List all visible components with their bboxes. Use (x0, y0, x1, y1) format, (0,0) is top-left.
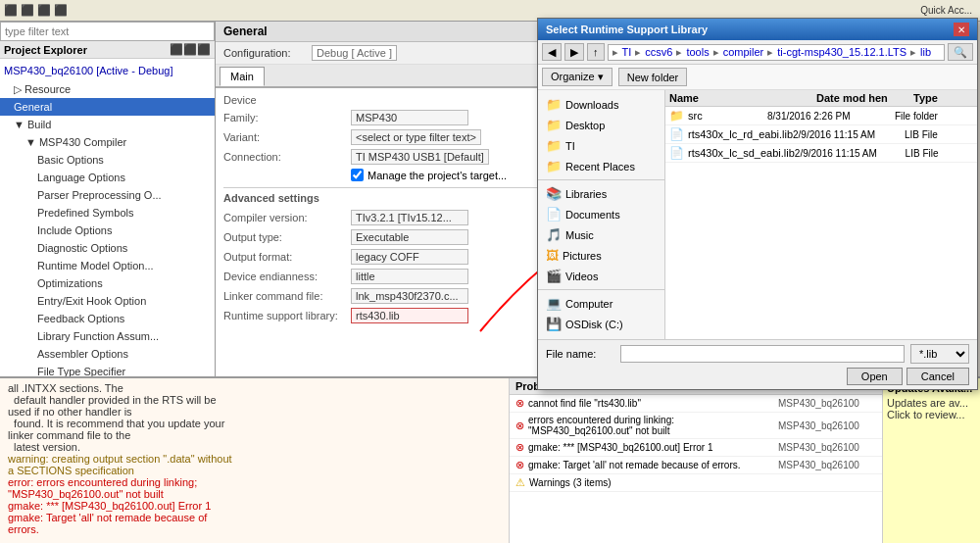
disk-icon: 💾 (546, 317, 562, 331)
console-error-4: gmake: Target 'all' not remade because o… (8, 512, 501, 523)
cancel-button[interactable]: Cancel (906, 368, 969, 385)
dialog-files-area: Name Date mod hen Type 📁 src 8/31/2016 2… (665, 90, 977, 339)
file-row-src[interactable]: 📁 src 8/31/2016 2:26 PM File folder (665, 107, 977, 125)
warning-icon: ⚠ (515, 476, 525, 489)
file-row-rts430x-rd[interactable]: 📄 rts430x_lc_rd_eabi.lib 2/9/2016 11:15 … (665, 125, 977, 144)
family-value: MSP430 (351, 110, 468, 125)
path-compiler[interactable]: compiler (723, 46, 764, 58)
sidebar-recent[interactable]: 📁 Recent Places (538, 156, 664, 176)
filename-input[interactable] (620, 345, 905, 363)
tab-main[interactable]: Main (220, 67, 265, 86)
error-icon: ⊗ (515, 441, 524, 454)
open-button[interactable]: Open (847, 368, 903, 385)
tree-item-basic-options[interactable]: Basic Options (0, 151, 215, 169)
path-ti[interactable]: TI (622, 46, 632, 58)
sidebar-desktop[interactable]: 📁 Desktop (538, 115, 664, 135)
tree-item-general[interactable]: General (0, 98, 215, 116)
config-row: Configuration: Debug [ Active ] (216, 42, 567, 65)
connection-value[interactable]: TI MSP430 USB1 [Default] (351, 149, 489, 165)
path-sep-3: ▸ (676, 46, 682, 59)
project-explorer-header: Project Explorer ⬛⬛⬛ (0, 41, 215, 59)
path-sep-1: ▸ (612, 46, 618, 59)
tree-item-include[interactable]: Include Options (0, 222, 215, 239)
tree-item-parser[interactable]: Parser Preprocessing O... (0, 186, 215, 204)
variant-row: Variant: <select or type filter text> (223, 129, 560, 145)
folder-icon: 📁 (546, 97, 562, 112)
sidebar-music[interactable]: 🎵 Music (538, 224, 664, 245)
problem-resource-2: MSP430_bq26100 (778, 420, 876, 431)
device-label: Device (223, 94, 351, 106)
file-row-rts430x-sd[interactable]: 📄 rts430x_lc_sd_eabi.lib 2/9/2016 11:15 … (665, 144, 977, 163)
console-line-2: default handler provided in the RTS will… (8, 394, 501, 406)
nav-forward-button[interactable]: ▶ (564, 43, 584, 61)
problem-text-warnings: Warnings (3 items) (529, 477, 876, 488)
updates-subtext: Click to review... (887, 409, 976, 420)
problem-resource-3: MSP430_bq26100 (778, 442, 876, 453)
sidebar-libraries[interactable]: 📚 Libraries (538, 183, 664, 204)
sidebar-pictures[interactable]: 🖼 Pictures (538, 245, 664, 266)
filter-input[interactable] (0, 22, 215, 41)
dialog-file-toolbar: Organize ▾ New folder (538, 65, 977, 90)
path-lib[interactable]: lib (920, 46, 931, 58)
tree-item-assembler[interactable]: Assembler Options (0, 345, 215, 363)
output-format-value[interactable]: legacy COFF (351, 249, 468, 265)
folder-icon: 📁 (546, 159, 562, 173)
dialog-sidebar: 📁 Downloads 📁 Desktop 📁 TI 📁 Recent Plac… (538, 90, 665, 339)
sidebar-downloads[interactable]: 📁 Downloads (538, 94, 664, 115)
console-warning-1: warning: creating output section ".data"… (8, 453, 501, 465)
tree-item-feedback[interactable]: Feedback Options (0, 310, 215, 327)
music-icon: 🎵 (546, 227, 562, 242)
sidebar-computer[interactable]: 💻 Computer (538, 293, 664, 314)
runtime-value[interactable]: rts430.lib (351, 308, 468, 323)
dialog-close-button[interactable]: ✕ (954, 23, 969, 36)
tree-item-entry-exit[interactable]: Entry/Exit Hook Option (0, 292, 215, 310)
path-cgt[interactable]: ti-cgt-msp430_15.12.1.LTS (777, 46, 906, 58)
project-explorer-title: Project Explorer (4, 44, 87, 56)
updates-panel[interactable]: Updates Availa... Updates are av... Clic… (882, 378, 980, 543)
tree-item-library-func[interactable]: Library Function Assum... (0, 327, 215, 345)
toolbar-icons: ⬛ ⬛ ⬛ ⬛ (4, 4, 68, 17)
console-error-1: error: errors encountered during linking… (8, 476, 501, 488)
sidebar-ti[interactable]: 📁 TI (538, 135, 664, 156)
nav-search-button[interactable]: 🔍 (948, 43, 973, 61)
tree-item-msp430compiler[interactable]: ▼ MSP430 Compiler (0, 133, 215, 151)
path-ccsv6[interactable]: ccsv6 (645, 46, 672, 58)
project-name[interactable]: MSP430_bq26100 [Active - Debug] (0, 61, 215, 80)
new-folder-button[interactable]: New folder (618, 68, 688, 86)
problem-row-2: ⊗ errors encountered during linking: "MS… (510, 413, 882, 439)
manage-checkbox[interactable] (351, 169, 364, 181)
path-tools[interactable]: tools (686, 46, 709, 58)
tree-item-resource[interactable]: ▷ Resource (0, 80, 215, 98)
console-error-2: "MSP430_bq26100.out" not built (8, 488, 501, 500)
sidebar-videos[interactable]: 🎬 Videos (538, 266, 664, 286)
variant-label: Variant: (223, 131, 351, 143)
compiler-version-label: Compiler version: (223, 212, 351, 223)
path-sep-6: ▸ (910, 46, 916, 59)
tree-item-language-options[interactable]: Language Options (0, 169, 215, 186)
tree-item-predefined[interactable]: Predefined Symbols (0, 204, 215, 222)
advanced-section-header: Advanced settings (223, 187, 560, 204)
output-format-row: Output format: legacy COFF (223, 249, 560, 265)
tree-item-diagnostic[interactable]: Diagnostic Options (0, 239, 215, 257)
family-label: Family: (223, 112, 351, 123)
sidebar-osdisk[interactable]: 💾 OSDisk (C:) (538, 314, 664, 334)
file-type-filter[interactable]: *.lib (910, 344, 969, 364)
folder-icon: 📁 (669, 109, 684, 123)
files-header: Name Date mod hen Type (665, 90, 977, 107)
nav-up-button[interactable]: ↑ (587, 43, 605, 61)
path-sep-5: ▸ (767, 46, 773, 59)
problem-row-3: ⊗ gmake: *** [MSP430_bq26100.out] Error … (510, 439, 882, 457)
tree-item-optimizations[interactable]: Optimizations (0, 274, 215, 292)
updates-text: Updates are av... (887, 397, 976, 409)
folder-icon: 📁 (546, 138, 562, 153)
organize-button[interactable]: Organize ▾ (542, 68, 612, 86)
sidebar-documents[interactable]: 📄 Documents (538, 204, 664, 224)
tree-item-runtime-model[interactable]: Runtime Model Option... (0, 257, 215, 274)
problem-row-warnings: ⚠ Warnings (3 items) (510, 474, 882, 492)
nav-back-button[interactable]: ◀ (542, 43, 562, 61)
variant-value[interactable]: <select or type filter text> (351, 129, 481, 145)
config-value[interactable]: Debug [ Active ] (312, 45, 397, 61)
tree-item-build[interactable]: ▼ Build (0, 116, 215, 133)
compiler-version-value[interactable]: TIv3.2.1 [TIv15.12... (351, 210, 468, 225)
linker-cmd-value[interactable]: lnk_msp430f2370.c... (351, 288, 468, 304)
